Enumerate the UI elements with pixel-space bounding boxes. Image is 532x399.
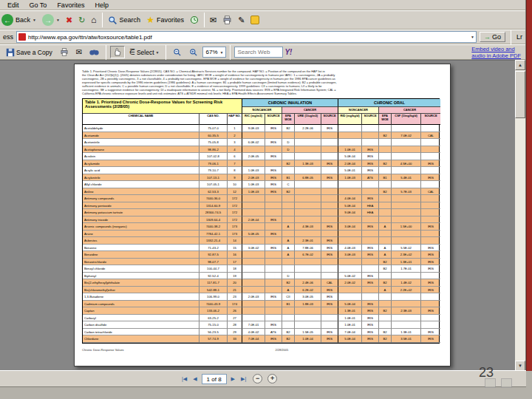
history-button[interactable] (187, 14, 202, 26)
cell-rfd (338, 188, 362, 196)
page-number-box[interactable]: 1 of 8 (202, 374, 227, 384)
cell-woe-oral: B2 (379, 307, 392, 315)
zoom-in-round-button[interactable]: + (267, 374, 277, 383)
cell-cas-no: 60-35-5 (200, 132, 228, 140)
menu-goto[interactable]: Go To (25, 1, 52, 9)
cell-chemical-name: Benzotrichloride (83, 259, 200, 266)
back-button[interactable]: ← Back ▼ (3, 13, 39, 27)
zoom-out-round-button[interactable]: − (253, 374, 262, 383)
search-web-input[interactable] (234, 47, 283, 58)
first-page-button[interactable]: |◀ (180, 375, 188, 383)
print-button[interactable] (219, 14, 235, 26)
cell-woe-oral (379, 202, 392, 210)
embed-video-link[interactable]: Embed video and audio in Adobe PDF (471, 47, 521, 59)
hand-tool-button[interactable] (110, 46, 125, 58)
favorites-button[interactable]: ★ Favorites (143, 15, 187, 26)
cell-rfc-source: ATS (265, 329, 282, 336)
cell-woe-oral: B2 (379, 132, 392, 140)
home-button[interactable]: ⌂ (88, 15, 99, 26)
cell-csf: 5.7E-03 (392, 188, 421, 196)
email-button[interactable]: ✉ (73, 47, 85, 58)
cell-ure (295, 181, 321, 188)
scroll-up-button[interactable]: ▲ (515, 60, 525, 70)
cell-rfc (242, 132, 265, 140)
cell-woe-oral: B2 (379, 265, 392, 273)
cell-rfd-source: IRIS (362, 153, 379, 160)
cell-chemical-name: Acrylamide (83, 160, 200, 168)
url-combobox[interactable]: ▼ (16, 31, 477, 43)
cell-woe-oral (379, 231, 392, 238)
cell-rfd (338, 231, 362, 238)
cell-cas-no: 7784-42-1 (200, 231, 228, 238)
next-page-button[interactable]: ▶ (230, 375, 236, 383)
select-tool-button[interactable]: ⋶ Select ▼ (126, 47, 162, 58)
cell-ure-source: IRIS (321, 174, 338, 182)
col-cas-no: CAS NO. (200, 114, 228, 125)
envelope-icon: ✉ (76, 48, 82, 56)
cell-ure-source: IRIS (321, 160, 338, 168)
cell-ure-source: IRIS (321, 251, 338, 259)
zoom-out-button[interactable] (170, 47, 185, 58)
yahoo-icon[interactable]: Y! (284, 48, 292, 56)
cell-cas-no: 92-87-5 (200, 251, 228, 259)
cell-csf (392, 202, 421, 210)
last-page-button[interactable]: ▶| (239, 375, 248, 383)
scroll-down-button[interactable]: ▼ (515, 361, 525, 371)
forward-button[interactable]: → ▼ (39, 13, 63, 27)
cell-csf: 2.3E+02 (392, 251, 421, 259)
print-button[interactable] (57, 47, 72, 58)
menu-favorites[interactable]: Favorites (52, 1, 89, 9)
toolbar-separator (166, 45, 166, 60)
chevron-down-icon[interactable]: ▼ (471, 35, 474, 39)
star-icon: ★ (146, 16, 154, 24)
scrollbar-thumb[interactable] (515, 71, 525, 118)
find-button[interactable] (86, 47, 102, 58)
zoom-level-combobox[interactable]: 67% ▼ (202, 47, 226, 58)
col-rfc-source: SOURCE (265, 114, 282, 125)
cell-csf-source (421, 231, 440, 238)
cell-rfc-source (265, 223, 282, 231)
previous-page-button[interactable]: ◀ (191, 375, 198, 383)
cell-csf: 5.4E-01 (392, 174, 421, 182)
cell-rfd-source (362, 287, 379, 294)
cell-cas-no: 100-44-7 (200, 265, 228, 273)
cell-csf-source (421, 321, 440, 329)
stop-button[interactable]: ✖ (63, 15, 75, 26)
vertical-scrollbar[interactable]: ▲ ▼ (515, 60, 525, 371)
cell-chemical-name: Bis(chloromethyl)ether (83, 287, 200, 294)
save-copy-button[interactable]: Save a Copy (3, 47, 55, 58)
cell-rfc-source: IRIS (265, 216, 282, 224)
cell-ure (295, 307, 321, 315)
pdf-viewport[interactable]: Table 1. Prioritized Chronic Dose-Respon… (0, 60, 516, 371)
cell-rfd-source (362, 216, 379, 224)
table-row: Benzotrichloride 98-07-7 17 B2 1.3E+01 (83, 259, 439, 266)
go-icon: → (484, 33, 491, 41)
table-row: Antimony compounds 7440-36-0 172 4.0E-04… (83, 195, 439, 202)
pencil-icon: ✎ (238, 16, 245, 24)
mail-button[interactable]: ✉ (207, 15, 219, 26)
messenger-button[interactable] (248, 14, 262, 26)
menu-edit[interactable]: Edit (3, 1, 24, 9)
refresh-button[interactable]: ↻ (75, 15, 88, 26)
cell-woe-inhalation: B1 (282, 174, 295, 182)
zoom-in-button[interactable] (186, 47, 201, 58)
cell-csf: 4.5E+00 (392, 160, 421, 168)
go-button[interactable]: → Go (480, 32, 505, 42)
cell-rfc-source: IRIS (265, 321, 282, 329)
edit-page-button[interactable]: ✎ (235, 15, 248, 26)
cell-rfd: 1.3E-01 (338, 307, 362, 315)
url-input[interactable] (28, 34, 468, 41)
toolbar-separator (106, 45, 106, 60)
cell-csf: 5.5E-02 (392, 245, 421, 252)
cell-ure (295, 209, 321, 216)
cell-rfc-source: IRIS (265, 139, 282, 146)
table-row: Captan 133-06-2 26 1.3E-01 IRIS B2 2.3E-… (83, 307, 439, 315)
binoculars-icon (89, 48, 99, 56)
links-label[interactable]: Lr (516, 33, 522, 41)
search-button[interactable]: Search (105, 14, 144, 27)
cell-rfd: 1.0E-03 (338, 174, 362, 182)
cell-ure (295, 265, 321, 273)
cell-rfc-source: IRIS (265, 181, 282, 188)
cell-csf (392, 231, 421, 238)
menu-help[interactable]: Help (90, 1, 113, 9)
